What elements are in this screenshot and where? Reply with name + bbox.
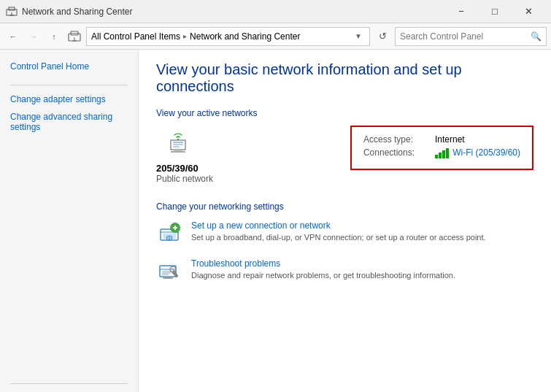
breadcrumb[interactable]: All Control Panel Items ▸ Network and Sh… <box>86 27 370 46</box>
access-type-label: Access type: <box>363 134 429 145</box>
access-info-box: Access type: Internet Connections: Wi-Fi <box>350 126 533 170</box>
sidebar: Control Panel Home Change adapter settin… <box>0 50 139 392</box>
new-connection-icon <box>156 220 182 247</box>
network-type: Public network <box>156 174 350 184</box>
network-name: 205/39/60 <box>156 163 350 174</box>
network-graphic <box>156 126 350 157</box>
wifi-bar-4 <box>446 148 449 158</box>
network-name-section: 205/39/60 Public network <box>156 126 350 184</box>
main-layout: Control Panel Home Change adapter settin… <box>0 50 551 392</box>
new-connection-text: Set up a new connection or network Set u… <box>191 220 533 242</box>
troubleshoot-desc: Diagnose and repair network problems, or… <box>191 271 455 280</box>
access-type-row: Access type: Internet <box>363 134 520 145</box>
sidebar-divider-top <box>10 85 128 85</box>
title-bar: Network and Sharing Center − □ ✕ <box>0 0 551 23</box>
sidebar-home[interactable]: Control Panel Home <box>0 58 138 79</box>
action-new-connection: Set up a new connection or network Set u… <box>156 220 533 247</box>
active-networks-section-title: View your active networks <box>156 108 533 118</box>
svg-point-14 <box>177 139 179 140</box>
sidebar-advanced-sharing[interactable]: Change advanced sharing settings <box>0 109 138 135</box>
wifi-bar-1 <box>435 155 438 158</box>
new-connection-desc: Set up a broadband, dial-up, or VPN conn… <box>191 233 486 242</box>
page-title: View your basic network information and … <box>156 61 533 95</box>
search-box[interactable]: 🔍 <box>395 27 547 46</box>
maximize-button[interactable]: □ <box>478 0 512 23</box>
troubleshoot-icon <box>156 258 182 285</box>
network-diagram-icon <box>156 126 200 155</box>
sidebar-divider-bottom <box>10 383 128 384</box>
connections-row: Connections: Wi-Fi (205/39/60) <box>363 147 520 158</box>
breadcrumb-separator: ▸ <box>183 32 187 40</box>
wifi-connection-link[interactable]: Wi-Fi (205/39/60) <box>452 147 520 158</box>
window-icon <box>6 6 18 18</box>
sidebar-adapter-settings[interactable]: Change adapter settings <box>0 91 138 107</box>
breadcrumb-all-items[interactable]: All Control Panel Items <box>91 31 180 42</box>
refresh-button[interactable]: ↺ <box>373 27 392 46</box>
address-bar: ← → ↑ All Control Panel Items ▸ Network … <box>0 23 551 50</box>
connections-value: Wi-Fi (205/39/60) <box>435 147 520 158</box>
search-input[interactable] <box>400 31 531 42</box>
window-controls: − □ ✕ <box>444 0 545 23</box>
troubleshoot-link[interactable]: Troubleshoot problems <box>191 258 533 269</box>
up-button[interactable]: ↑ <box>45 28 63 45</box>
breadcrumb-current: Network and Sharing Center <box>190 31 300 42</box>
back-button[interactable]: ← <box>4 28 22 45</box>
troubleshoot-text: Troubleshoot problems Diagnose and repai… <box>191 258 533 280</box>
search-icon: 🔍 <box>531 31 542 42</box>
forward-button[interactable]: → <box>25 28 42 45</box>
connections-label: Connections: <box>363 147 429 158</box>
network-info-row: 205/39/60 Public network Access type: In… <box>156 126 533 184</box>
wifi-signal-icon <box>435 148 449 158</box>
window-title: Network and Sharing Center <box>22 7 444 17</box>
minimize-button[interactable]: − <box>444 0 478 23</box>
new-connection-svg-icon <box>158 222 181 245</box>
close-button[interactable]: ✕ <box>512 0 545 23</box>
wifi-bar-2 <box>439 153 442 158</box>
svg-rect-8 <box>171 140 185 150</box>
wifi-bar-3 <box>442 150 445 158</box>
content-area: View your basic network information and … <box>139 50 551 392</box>
svg-rect-9 <box>174 150 182 151</box>
access-type-value: Internet <box>435 134 465 145</box>
control-panel-icon <box>67 29 82 44</box>
new-connection-link[interactable]: Set up a new connection or network <box>191 220 533 231</box>
change-settings-title: Change your networking settings <box>156 201 533 212</box>
troubleshoot-svg-icon <box>158 260 181 283</box>
breadcrumb-dropdown-icon[interactable]: ▼ <box>355 32 362 40</box>
action-troubleshoot: Troubleshoot problems Diagnose and repai… <box>156 258 533 285</box>
